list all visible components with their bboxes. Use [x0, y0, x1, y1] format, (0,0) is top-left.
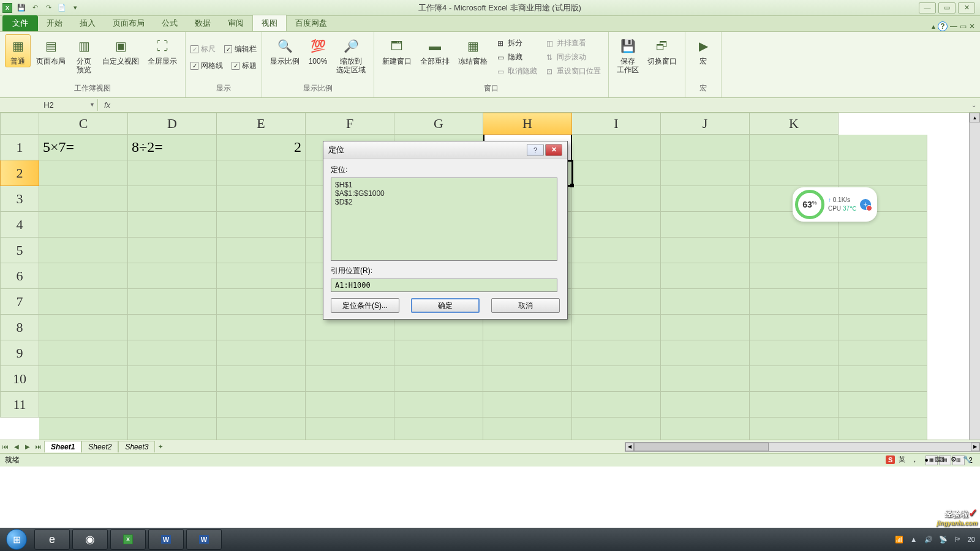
- chk-gridlines[interactable]: ✓网格线: [190, 61, 223, 71]
- cell[interactable]: [39, 238, 128, 263]
- cell[interactable]: [128, 340, 217, 366]
- cell[interactable]: [572, 392, 661, 418]
- cell[interactable]: [661, 340, 750, 366]
- qat-redo[interactable]: ↷: [43, 2, 54, 13]
- taskbar-wifi[interactable]: ◉: [72, 529, 108, 550]
- tab-insert[interactable]: 插入: [71, 15, 104, 31]
- sysmon-add-icon[interactable]: +: [860, 199, 871, 210]
- scroll-thumb[interactable]: [634, 443, 769, 451]
- cell[interactable]: [661, 392, 750, 418]
- cell[interactable]: [39, 392, 128, 418]
- cell[interactable]: [572, 340, 661, 366]
- tray-flag2-icon[interactable]: 🏳: [953, 534, 963, 544]
- cell[interactable]: [39, 263, 128, 289]
- ime-bar[interactable]: S 英 ， ● ⌨ ⚙ 🔧: [886, 454, 974, 465]
- cell[interactable]: [217, 392, 306, 418]
- close-button[interactable]: ✕: [958, 2, 975, 13]
- cell[interactable]: [839, 263, 927, 289]
- qat-drop[interactable]: ▾: [70, 2, 81, 13]
- cell[interactable]: [839, 315, 927, 340]
- cell[interactable]: [839, 135, 927, 160]
- taskbar-excel[interactable]: X: [110, 529, 146, 550]
- cell[interactable]: [839, 392, 927, 418]
- chk-formula-bar[interactable]: ✓编辑栏: [224, 44, 257, 54]
- cell[interactable]: [483, 392, 572, 418]
- system-monitor-widget[interactable]: 63% ↑ 0.1K/s CPU 37℃ +: [793, 187, 877, 222]
- row-7[interactable]: 7: [0, 289, 39, 315]
- cell[interactable]: [394, 392, 483, 418]
- btn-save-workspace[interactable]: 💾保存 工作区: [614, 34, 642, 77]
- btn-macros[interactable]: ▶宏: [690, 34, 716, 67]
- row-8[interactable]: 8: [0, 315, 39, 340]
- scroll-right-icon[interactable]: ▶: [971, 443, 979, 451]
- cell[interactable]: [39, 315, 128, 340]
- col-F[interactable]: F: [306, 113, 394, 135]
- qat-doc[interactable]: 📄: [56, 2, 67, 13]
- btn-new-window[interactable]: 🗔新建窗口: [379, 34, 415, 67]
- cell[interactable]: [661, 238, 750, 263]
- cell[interactable]: [128, 212, 217, 238]
- row-1[interactable]: 1: [0, 135, 39, 160]
- cell[interactable]: [217, 263, 306, 289]
- cell[interactable]: [39, 289, 128, 315]
- btn-zoom-100[interactable]: 💯100%: [305, 34, 331, 67]
- sheet-tab-2[interactable]: Sheet2: [81, 441, 118, 452]
- tab-baidu[interactable]: 百度网盘: [287, 15, 336, 31]
- cell[interactable]: [217, 366, 306, 392]
- row-2[interactable]: 2: [0, 160, 39, 186]
- cell[interactable]: [39, 186, 128, 212]
- btn-hide[interactable]: ▭隐藏: [493, 51, 540, 63]
- doc-close[interactable]: ✕: [969, 22, 975, 31]
- cell[interactable]: [483, 340, 572, 366]
- dialog-help-button[interactable]: ?: [527, 144, 544, 156]
- cell[interactable]: [572, 160, 661, 186]
- btn-switch-window[interactable]: 🗗切换窗口: [644, 34, 680, 67]
- col-E[interactable]: E: [217, 113, 306, 135]
- btn-arrange[interactable]: ▬全部重排: [417, 34, 453, 67]
- cell[interactable]: [128, 238, 217, 263]
- cell[interactable]: [217, 212, 306, 238]
- row-6[interactable]: 6: [0, 263, 39, 289]
- cell[interactable]: [572, 135, 661, 160]
- cell[interactable]: [128, 315, 217, 340]
- cell[interactable]: [661, 289, 750, 315]
- qat-undo[interactable]: ↶: [29, 2, 40, 13]
- cell[interactable]: [572, 186, 661, 212]
- view-custom[interactable]: ▣自定义视图: [99, 34, 142, 67]
- cell[interactable]: [572, 315, 661, 340]
- sheet-next[interactable]: ▶: [22, 441, 33, 452]
- cell[interactable]: [39, 212, 128, 238]
- cell[interactable]: [128, 392, 217, 418]
- tray-net-icon[interactable]: 📶: [894, 534, 904, 544]
- cell[interactable]: [217, 160, 306, 186]
- ime-punct[interactable]: ，: [909, 454, 921, 465]
- tab-data[interactable]: 数据: [186, 15, 219, 31]
- btn-zoom-sel[interactable]: 🔎缩放到 选定区域: [333, 34, 369, 77]
- cell[interactable]: [217, 340, 306, 366]
- cell[interactable]: [661, 366, 750, 392]
- cell[interactable]: [217, 186, 306, 212]
- ime-keyboard-icon[interactable]: ⌨: [932, 455, 947, 464]
- cell[interactable]: [572, 366, 661, 392]
- cell[interactable]: [128, 263, 217, 289]
- cell[interactable]: [217, 289, 306, 315]
- cell[interactable]: [661, 212, 750, 238]
- system-tray[interactable]: 📶 ▲ 🔊 📡 🏳 20: [894, 534, 980, 544]
- select-all-corner[interactable]: [0, 113, 39, 135]
- cell[interactable]: [306, 366, 394, 392]
- col-J[interactable]: J: [661, 113, 750, 135]
- row-4[interactable]: 4: [0, 212, 39, 238]
- row-10[interactable]: 10: [0, 366, 39, 392]
- cell[interactable]: 5×7=: [39, 135, 128, 160]
- cell[interactable]: [483, 366, 572, 392]
- cell[interactable]: [750, 238, 839, 263]
- col-I[interactable]: I: [572, 113, 661, 135]
- vertical-scrollbar[interactable]: ▲: [969, 113, 980, 440]
- cell[interactable]: [750, 160, 839, 186]
- special-button[interactable]: 定位条件(S)...: [331, 298, 399, 313]
- taskbar-word2[interactable]: W: [186, 529, 222, 550]
- fx-icon[interactable]: fx: [98, 100, 116, 110]
- cell[interactable]: [128, 186, 217, 212]
- cell[interactable]: [572, 263, 661, 289]
- formula-input[interactable]: [116, 104, 968, 107]
